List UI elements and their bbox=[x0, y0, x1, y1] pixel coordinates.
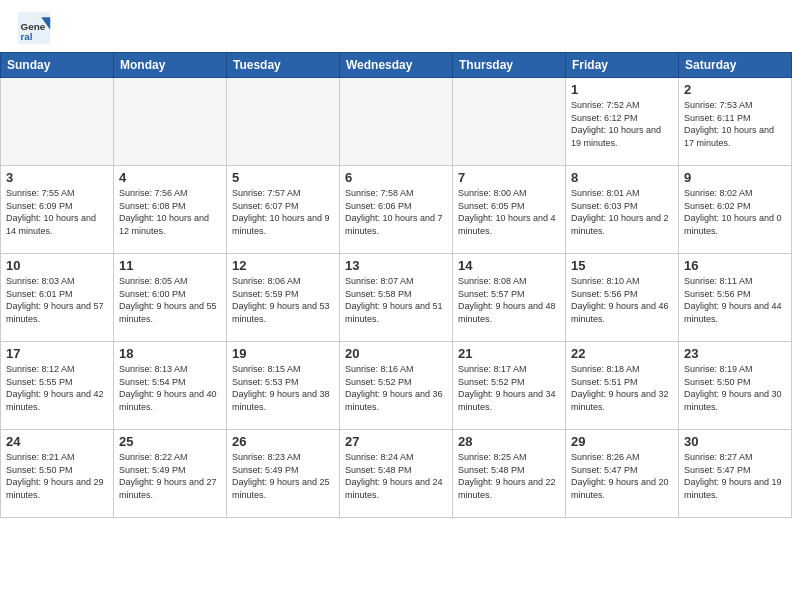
day-number: 14 bbox=[458, 258, 560, 273]
day-info: Sunrise: 8:24 AMSunset: 5:48 PMDaylight:… bbox=[345, 451, 447, 501]
day-info: Sunrise: 8:19 AMSunset: 5:50 PMDaylight:… bbox=[684, 363, 786, 413]
calendar-day-cell: 10Sunrise: 8:03 AMSunset: 6:01 PMDayligh… bbox=[1, 254, 114, 342]
day-number: 11 bbox=[119, 258, 221, 273]
day-number: 21 bbox=[458, 346, 560, 361]
calendar-day-cell: 19Sunrise: 8:15 AMSunset: 5:53 PMDayligh… bbox=[227, 342, 340, 430]
logo-icon: Gene ral bbox=[16, 10, 52, 46]
logo: Gene ral bbox=[16, 10, 56, 46]
weekday-header-cell: Tuesday bbox=[227, 53, 340, 78]
calendar-day-cell: 20Sunrise: 8:16 AMSunset: 5:52 PMDayligh… bbox=[340, 342, 453, 430]
calendar-day-cell: 7Sunrise: 8:00 AMSunset: 6:05 PMDaylight… bbox=[453, 166, 566, 254]
day-info: Sunrise: 8:26 AMSunset: 5:47 PMDaylight:… bbox=[571, 451, 673, 501]
day-info: Sunrise: 8:03 AMSunset: 6:01 PMDaylight:… bbox=[6, 275, 108, 325]
calendar-day-cell: 4Sunrise: 7:56 AMSunset: 6:08 PMDaylight… bbox=[114, 166, 227, 254]
day-number: 24 bbox=[6, 434, 108, 449]
calendar-day-cell: 5Sunrise: 7:57 AMSunset: 6:07 PMDaylight… bbox=[227, 166, 340, 254]
day-info: Sunrise: 8:13 AMSunset: 5:54 PMDaylight:… bbox=[119, 363, 221, 413]
calendar-day-cell: 18Sunrise: 8:13 AMSunset: 5:54 PMDayligh… bbox=[114, 342, 227, 430]
calendar-day-cell: 30Sunrise: 8:27 AMSunset: 5:47 PMDayligh… bbox=[679, 430, 792, 518]
calendar-day-cell: 15Sunrise: 8:10 AMSunset: 5:56 PMDayligh… bbox=[566, 254, 679, 342]
calendar-day-cell: 23Sunrise: 8:19 AMSunset: 5:50 PMDayligh… bbox=[679, 342, 792, 430]
day-number: 19 bbox=[232, 346, 334, 361]
day-number: 5 bbox=[232, 170, 334, 185]
day-info: Sunrise: 7:52 AMSunset: 6:12 PMDaylight:… bbox=[571, 99, 673, 149]
calendar-day-cell bbox=[453, 78, 566, 166]
day-number: 28 bbox=[458, 434, 560, 449]
calendar-day-cell: 1Sunrise: 7:52 AMSunset: 6:12 PMDaylight… bbox=[566, 78, 679, 166]
calendar-day-cell: 27Sunrise: 8:24 AMSunset: 5:48 PMDayligh… bbox=[340, 430, 453, 518]
calendar-week-row: 24Sunrise: 8:21 AMSunset: 5:50 PMDayligh… bbox=[1, 430, 792, 518]
header: Gene ral bbox=[0, 0, 792, 52]
calendar-day-cell bbox=[227, 78, 340, 166]
calendar-week-row: 17Sunrise: 8:12 AMSunset: 5:55 PMDayligh… bbox=[1, 342, 792, 430]
calendar-day-cell: 11Sunrise: 8:05 AMSunset: 6:00 PMDayligh… bbox=[114, 254, 227, 342]
day-info: Sunrise: 8:05 AMSunset: 6:00 PMDaylight:… bbox=[119, 275, 221, 325]
calendar-day-cell: 2Sunrise: 7:53 AMSunset: 6:11 PMDaylight… bbox=[679, 78, 792, 166]
weekday-header: SundayMondayTuesdayWednesdayThursdayFrid… bbox=[1, 53, 792, 78]
calendar-week-row: 1Sunrise: 7:52 AMSunset: 6:12 PMDaylight… bbox=[1, 78, 792, 166]
day-number: 10 bbox=[6, 258, 108, 273]
day-info: Sunrise: 8:17 AMSunset: 5:52 PMDaylight:… bbox=[458, 363, 560, 413]
day-info: Sunrise: 7:57 AMSunset: 6:07 PMDaylight:… bbox=[232, 187, 334, 237]
weekday-header-cell: Thursday bbox=[453, 53, 566, 78]
weekday-header-cell: Sunday bbox=[1, 53, 114, 78]
day-number: 22 bbox=[571, 346, 673, 361]
day-info: Sunrise: 8:16 AMSunset: 5:52 PMDaylight:… bbox=[345, 363, 447, 413]
day-number: 26 bbox=[232, 434, 334, 449]
day-info: Sunrise: 8:00 AMSunset: 6:05 PMDaylight:… bbox=[458, 187, 560, 237]
day-number: 23 bbox=[684, 346, 786, 361]
day-number: 16 bbox=[684, 258, 786, 273]
calendar-day-cell: 17Sunrise: 8:12 AMSunset: 5:55 PMDayligh… bbox=[1, 342, 114, 430]
day-info: Sunrise: 8:06 AMSunset: 5:59 PMDaylight:… bbox=[232, 275, 334, 325]
day-number: 6 bbox=[345, 170, 447, 185]
day-number: 18 bbox=[119, 346, 221, 361]
calendar-day-cell: 16Sunrise: 8:11 AMSunset: 5:56 PMDayligh… bbox=[679, 254, 792, 342]
day-info: Sunrise: 8:12 AMSunset: 5:55 PMDaylight:… bbox=[6, 363, 108, 413]
calendar-day-cell: 24Sunrise: 8:21 AMSunset: 5:50 PMDayligh… bbox=[1, 430, 114, 518]
svg-text:ral: ral bbox=[21, 31, 33, 42]
day-info: Sunrise: 8:22 AMSunset: 5:49 PMDaylight:… bbox=[119, 451, 221, 501]
day-info: Sunrise: 7:58 AMSunset: 6:06 PMDaylight:… bbox=[345, 187, 447, 237]
day-number: 2 bbox=[684, 82, 786, 97]
calendar-day-cell: 8Sunrise: 8:01 AMSunset: 6:03 PMDaylight… bbox=[566, 166, 679, 254]
day-info: Sunrise: 7:56 AMSunset: 6:08 PMDaylight:… bbox=[119, 187, 221, 237]
calendar-day-cell: 13Sunrise: 8:07 AMSunset: 5:58 PMDayligh… bbox=[340, 254, 453, 342]
calendar: SundayMondayTuesdayWednesdayThursdayFrid… bbox=[0, 52, 792, 518]
day-info: Sunrise: 8:08 AMSunset: 5:57 PMDaylight:… bbox=[458, 275, 560, 325]
calendar-day-cell: 3Sunrise: 7:55 AMSunset: 6:09 PMDaylight… bbox=[1, 166, 114, 254]
calendar-day-cell: 6Sunrise: 7:58 AMSunset: 6:06 PMDaylight… bbox=[340, 166, 453, 254]
calendar-week-row: 10Sunrise: 8:03 AMSunset: 6:01 PMDayligh… bbox=[1, 254, 792, 342]
day-number: 12 bbox=[232, 258, 334, 273]
day-info: Sunrise: 8:23 AMSunset: 5:49 PMDaylight:… bbox=[232, 451, 334, 501]
day-info: Sunrise: 7:53 AMSunset: 6:11 PMDaylight:… bbox=[684, 99, 786, 149]
calendar-day-cell: 14Sunrise: 8:08 AMSunset: 5:57 PMDayligh… bbox=[453, 254, 566, 342]
calendar-day-cell: 21Sunrise: 8:17 AMSunset: 5:52 PMDayligh… bbox=[453, 342, 566, 430]
calendar-day-cell: 22Sunrise: 8:18 AMSunset: 5:51 PMDayligh… bbox=[566, 342, 679, 430]
day-info: Sunrise: 8:02 AMSunset: 6:02 PMDaylight:… bbox=[684, 187, 786, 237]
day-info: Sunrise: 8:25 AMSunset: 5:48 PMDaylight:… bbox=[458, 451, 560, 501]
day-number: 1 bbox=[571, 82, 673, 97]
calendar-day-cell: 12Sunrise: 8:06 AMSunset: 5:59 PMDayligh… bbox=[227, 254, 340, 342]
calendar-day-cell: 28Sunrise: 8:25 AMSunset: 5:48 PMDayligh… bbox=[453, 430, 566, 518]
day-info: Sunrise: 8:27 AMSunset: 5:47 PMDaylight:… bbox=[684, 451, 786, 501]
day-number: 20 bbox=[345, 346, 447, 361]
day-number: 13 bbox=[345, 258, 447, 273]
day-number: 8 bbox=[571, 170, 673, 185]
calendar-day-cell bbox=[114, 78, 227, 166]
day-number: 30 bbox=[684, 434, 786, 449]
day-number: 15 bbox=[571, 258, 673, 273]
weekday-header-cell: Friday bbox=[566, 53, 679, 78]
day-info: Sunrise: 8:21 AMSunset: 5:50 PMDaylight:… bbox=[6, 451, 108, 501]
day-number: 7 bbox=[458, 170, 560, 185]
day-info: Sunrise: 7:55 AMSunset: 6:09 PMDaylight:… bbox=[6, 187, 108, 237]
calendar-day-cell bbox=[340, 78, 453, 166]
weekday-header-cell: Saturday bbox=[679, 53, 792, 78]
day-number: 4 bbox=[119, 170, 221, 185]
calendar-day-cell bbox=[1, 78, 114, 166]
day-number: 29 bbox=[571, 434, 673, 449]
weekday-header-cell: Wednesday bbox=[340, 53, 453, 78]
calendar-day-cell: 26Sunrise: 8:23 AMSunset: 5:49 PMDayligh… bbox=[227, 430, 340, 518]
day-info: Sunrise: 8:15 AMSunset: 5:53 PMDaylight:… bbox=[232, 363, 334, 413]
calendar-day-cell: 25Sunrise: 8:22 AMSunset: 5:49 PMDayligh… bbox=[114, 430, 227, 518]
day-number: 25 bbox=[119, 434, 221, 449]
